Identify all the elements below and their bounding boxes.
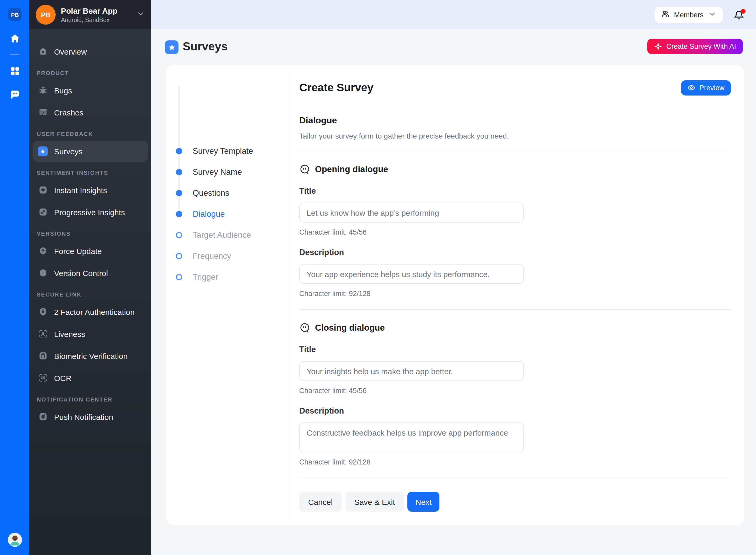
opening-dialogue-title: Opening dialogue (315, 164, 388, 174)
survey-stepper: Survey Template Survey Name Questions Di… (166, 65, 288, 525)
sidebar-item-push-notification[interactable]: Push Notification (33, 406, 148, 427)
sidebar-item-biometric-verification[interactable]: Biometric Verification (33, 345, 148, 366)
create-survey-ai-label: Create Survey With AI (666, 43, 736, 50)
sidebar-section-secure-link: SECURE LINK (37, 290, 144, 299)
apps-grid-icon[interactable] (0, 66, 30, 77)
members-label: Members (674, 11, 704, 18)
members-dropdown[interactable]: Members (655, 7, 723, 23)
shield-lock-icon (38, 307, 48, 317)
section-description: Tailor your survey form to gather the pr… (299, 132, 731, 140)
step-label: Frequency (193, 251, 231, 261)
step-label: Dialogue (193, 209, 225, 219)
heart-icon (38, 185, 48, 195)
dialogue-bubble-icon (299, 322, 310, 333)
closing-description-char-limit: Character limit: 92/128 (299, 458, 731, 466)
step-trigger[interactable]: Trigger (166, 271, 288, 284)
form-title: Create Survey (299, 81, 374, 94)
sidebar-item-label: Bugs (54, 86, 72, 95)
form-actions: Cancel Save & Exit Next (299, 492, 731, 512)
step-label: Trigger (193, 272, 218, 282)
sidebar-item-version-control[interactable]: Version Control (33, 262, 148, 284)
step-dot (176, 253, 182, 259)
card-scan-icon (38, 373, 48, 383)
step-dot (176, 190, 182, 196)
sparkle-icon (654, 43, 662, 50)
chat-icon[interactable] (0, 89, 30, 100)
preview-label: Preview (699, 84, 724, 92)
step-survey-template[interactable]: Survey Template (166, 145, 288, 158)
workspace-switcher[interactable]: PB Polar Bear App Android, SandBox (30, 0, 151, 29)
divider (299, 151, 731, 151)
divider (299, 478, 731, 478)
sidebar-nav: Overview PRODUCT Bugs Crashes USER FEEDB… (30, 29, 151, 427)
sidebar-item-label: Surveys (54, 147, 82, 156)
sidebar-item-progressive-insights[interactable]: Progressive Insights (33, 202, 148, 222)
step-dot (176, 232, 182, 238)
step-survey-name[interactable]: Survey Name (166, 166, 288, 178)
save-exit-button[interactable]: Save & Exit (345, 492, 404, 512)
home-icon[interactable] (0, 33, 30, 44)
step-label: Target Audience (193, 230, 251, 240)
step-frequency[interactable]: Frequency (166, 250, 288, 262)
surveys-page-icon (165, 40, 178, 54)
opening-dialogue-header: Opening dialogue (299, 164, 731, 175)
face-scan-icon (38, 329, 48, 339)
workspace-avatar: PB (36, 5, 56, 25)
bell-square-icon (38, 412, 48, 422)
sidebar-item-label: Force Update (54, 246, 102, 255)
closing-title-input[interactable] (299, 361, 524, 381)
sidebar-item-liveness[interactable]: Liveness (33, 323, 148, 344)
closing-title-char-limit: Character limit: 45/56 (299, 387, 731, 395)
sidebar-item-instant-insights[interactable]: Instant Insights (33, 179, 148, 201)
divider (299, 309, 731, 310)
sidebar-item-label: Instant Insights (54, 185, 107, 195)
notifications-bell-icon[interactable] (733, 9, 745, 20)
sidebar-item-bugs[interactable]: Bugs (33, 80, 148, 101)
chevron-down-icon (136, 9, 145, 20)
opening-title-input[interactable] (299, 203, 524, 222)
closing-description-label: Description (299, 406, 731, 416)
step-label: Questions (193, 188, 229, 198)
bug-icon (38, 85, 48, 95)
cube-icon (38, 268, 48, 278)
workspace-logo[interactable]: PB (8, 8, 22, 21)
sidebar-section-user-feedback: USER FEEDBACK (37, 129, 144, 138)
sidebar-item-surveys[interactable]: Surveys (33, 141, 148, 162)
dialogue-form: Create Survey Preview Dialogue Tailor yo… (288, 65, 744, 525)
overview-icon (38, 46, 48, 56)
sidebar-item-label: Liveness (54, 329, 85, 338)
surveys-star-icon (38, 146, 48, 156)
sidebar-item-ocr[interactable]: OCR (33, 368, 148, 388)
link-icon (38, 207, 48, 217)
step-dot (176, 274, 182, 280)
sidebar-item-crashes[interactable]: Crashes (33, 102, 148, 123)
crash-window-icon (38, 107, 48, 117)
step-label: Survey Name (193, 167, 242, 177)
create-survey-card: Survey Template Survey Name Questions Di… (166, 65, 744, 525)
eye-icon (687, 83, 696, 92)
sidebar-item-overview[interactable]: Overview (33, 41, 148, 62)
closing-description-input[interactable] (299, 423, 524, 453)
cancel-button[interactable]: Cancel (299, 492, 341, 512)
section-title: Dialogue (299, 116, 731, 126)
notification-badge (741, 9, 746, 13)
app-screen: PB PB Polar Bear App Android, SandBox (0, 0, 756, 555)
step-questions[interactable]: Questions (166, 187, 288, 200)
members-icon (661, 9, 670, 20)
sidebar-section-product: PRODUCT (37, 68, 144, 78)
step-target-audience[interactable]: Target Audience (166, 229, 288, 242)
sidebar: PB Polar Bear App Android, SandBox Overv… (30, 0, 151, 555)
sidebar-item-label: Progressive Insights (54, 208, 125, 216)
user-avatar[interactable] (8, 533, 22, 547)
workspace-subtitle: Android, SandBox (61, 16, 136, 24)
preview-button[interactable]: Preview (681, 80, 731, 95)
sidebar-section-notification-center: NOTIFICATION CENTER (37, 395, 144, 404)
sidebar-item-2fa[interactable]: 2 Factor Authentication (33, 301, 148, 322)
sidebar-item-force-update[interactable]: Force Update (33, 240, 148, 261)
dialogue-bubble-icon (299, 164, 310, 175)
create-survey-ai-button[interactable]: Create Survey With AI (647, 39, 743, 54)
next-button[interactable]: Next (408, 492, 440, 512)
page-header: Surveys Create Survey With AI (151, 29, 756, 65)
opening-description-input[interactable] (299, 264, 524, 284)
step-dialogue[interactable]: Dialogue (166, 208, 288, 220)
